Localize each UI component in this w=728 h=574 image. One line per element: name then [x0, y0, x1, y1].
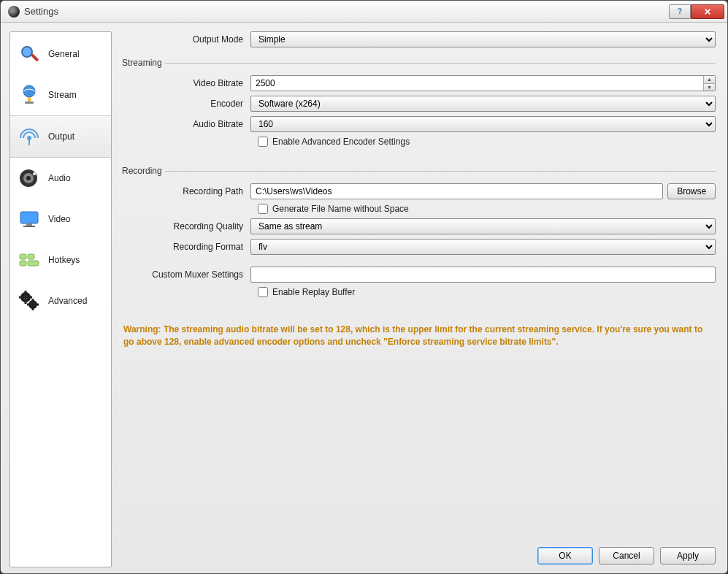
muxer-label: Custom Muxer Settings: [119, 269, 250, 280]
recording-path-row: Recording Path Browse: [119, 183, 716, 199]
encoder-row: Encoder Software (x264): [119, 96, 716, 112]
sidebar-item-label: Video: [48, 214, 70, 224]
svg-rect-12: [20, 212, 38, 223]
window-title: Settings: [24, 6, 669, 17]
svg-point-10: [26, 176, 31, 180]
replay-buffer-label: Enable Replay Buffer: [272, 287, 355, 297]
sidebar-item-label: Stream: [48, 90, 77, 100]
content-area: Output Mode Simple Streaming Video Bitra…: [119, 31, 719, 567]
svg-rect-15: [20, 254, 26, 259]
recording-format-select[interactable]: flv: [250, 239, 716, 255]
form-area: Output Mode Simple Streaming Video Bitra…: [119, 31, 719, 540]
settings-window: Settings ? General Stream: [0, 0, 728, 574]
encoder-label: Encoder: [119, 99, 250, 109]
recording-path-label: Recording Path: [119, 186, 250, 196]
streaming-legend: Streaming: [119, 58, 165, 68]
advanced-icon: [16, 288, 42, 314]
muxer-input[interactable]: [250, 267, 716, 283]
recording-legend: Recording: [119, 166, 165, 176]
streaming-group: Streaming Video Bitrate ▲ ▼: [119, 58, 716, 161]
svg-rect-5: [25, 102, 34, 104]
sidebar-item-label: Output: [48, 131, 74, 142]
sidebar-item-general[interactable]: General: [10, 34, 111, 74]
enable-advanced-checkbox[interactable]: [258, 137, 268, 147]
sidebar-item-advanced[interactable]: Advanced: [10, 280, 111, 321]
svg-point-3: [23, 85, 35, 97]
svg-text:?: ?: [678, 8, 682, 15]
close-button[interactable]: [691, 4, 724, 19]
titlebar: Settings ?: [1, 1, 727, 23]
dialog-footer: OK Cancel Apply: [119, 540, 719, 567]
svg-rect-13: [26, 223, 32, 226]
sidebar-item-hotkeys[interactable]: Hotkeys: [10, 240, 111, 280]
browse-button[interactable]: Browse: [667, 183, 716, 199]
audio-icon: [16, 165, 42, 191]
replay-buffer-row: Enable Replay Buffer: [119, 287, 716, 297]
recording-group: Recording Recording Path Browse Generate…: [119, 166, 716, 312]
output-mode-select[interactable]: Simple: [250, 31, 716, 47]
audio-bitrate-row: Audio Bitrate 160: [119, 116, 716, 132]
hotkeys-icon: [16, 247, 42, 273]
recording-format-row: Recording Format flv: [119, 239, 716, 255]
warning-text: Warning: The streaming audio bitrate wil…: [119, 316, 716, 349]
sidebar-item-label: General: [48, 49, 80, 59]
recording-quality-select[interactable]: Same as stream: [250, 218, 716, 234]
sidebar: General Stream Output Audio: [9, 31, 112, 567]
svg-point-1: [22, 47, 32, 57]
spin-down-icon[interactable]: ▼: [704, 84, 715, 91]
general-icon: [16, 41, 42, 67]
svg-rect-4: [28, 97, 31, 102]
video-bitrate-input[interactable]: ▲ ▼: [250, 75, 716, 91]
enable-advanced-label: Enable Advanced Encoder Settings: [272, 137, 410, 147]
recording-path-input[interactable]: [250, 183, 663, 199]
window-controls: ?: [669, 4, 724, 19]
sidebar-item-output[interactable]: Output: [10, 115, 111, 158]
spin-up-icon[interactable]: ▲: [704, 76, 715, 84]
sidebar-item-label: Audio: [48, 173, 71, 183]
video-bitrate-row: Video Bitrate ▲ ▼: [119, 75, 716, 91]
video-bitrate-spinner[interactable]: ▲ ▼: [703, 76, 715, 91]
close-icon: [704, 8, 711, 15]
ok-button[interactable]: OK: [537, 547, 593, 565]
apply-button[interactable]: Apply: [660, 547, 716, 565]
app-icon: [8, 6, 20, 18]
encoder-select[interactable]: Software (x264): [250, 96, 716, 112]
gen-filename-checkbox[interactable]: [258, 204, 268, 214]
sidebar-item-audio[interactable]: Audio: [10, 158, 111, 199]
enable-advanced-row: Enable Advanced Encoder Settings: [119, 137, 716, 147]
recording-quality-label: Recording Quality: [119, 221, 250, 231]
svg-rect-18: [28, 261, 39, 266]
sidebar-item-label: Advanced: [48, 296, 87, 306]
cancel-button[interactable]: Cancel: [599, 547, 654, 565]
svg-rect-2: [31, 53, 39, 61]
output-mode-label: Output Mode: [119, 34, 250, 45]
stream-icon: [16, 82, 42, 108]
recording-format-label: Recording Format: [119, 242, 250, 252]
audio-bitrate-label: Audio Bitrate: [119, 119, 250, 129]
output-icon: [16, 123, 42, 150]
output-mode-row: Output Mode Simple: [119, 31, 716, 47]
replay-buffer-checkbox[interactable]: [258, 287, 268, 297]
muxer-row: Custom Muxer Settings: [119, 267, 716, 283]
svg-rect-14: [23, 226, 35, 227]
audio-bitrate-select[interactable]: 160: [250, 116, 716, 132]
gen-filename-label: Generate File Name without Space: [272, 204, 409, 214]
video-bitrate-field[interactable]: [251, 76, 703, 91]
svg-rect-17: [20, 261, 26, 266]
sidebar-item-stream[interactable]: Stream: [10, 74, 111, 115]
svg-rect-16: [28, 254, 34, 259]
help-button[interactable]: ?: [669, 4, 691, 19]
gen-filename-row: Generate File Name without Space: [119, 204, 716, 214]
help-icon: ?: [676, 8, 683, 15]
svg-rect-7: [28, 139, 30, 145]
svg-point-11: [33, 172, 36, 175]
video-icon: [16, 206, 42, 232]
recording-quality-row: Recording Quality Same as stream: [119, 218, 716, 234]
sidebar-item-label: Hotkeys: [48, 255, 80, 265]
window-body: General Stream Output Audio: [1, 23, 727, 573]
video-bitrate-label: Video Bitrate: [119, 78, 250, 88]
sidebar-item-video[interactable]: Video: [10, 199, 111, 240]
